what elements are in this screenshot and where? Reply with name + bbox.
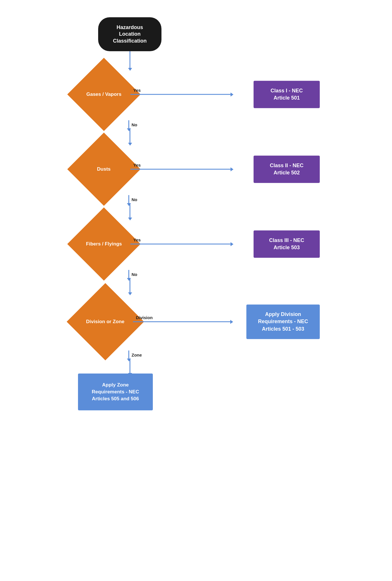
class2-box: Class II - NECArticle 502 [254,156,320,183]
no-label-1: No [132,122,137,127]
class1-box: Class I - NECArticle 501 [254,81,320,108]
class2-label: Class II - NECArticle 502 [270,163,303,176]
zone-requirements-label: Apply ZoneRequirements - NECArticles 505… [92,382,139,401]
diamond2-arrow-line [130,169,231,170]
diamond2-yes-label: Yes [133,163,141,167]
diamond3-yes-label: Yes [133,237,141,242]
diamond2-wrapper: Dusts Yes Class II - NECArticle 502 [72,143,320,195]
diamond3-wrapper: Fibers / Flyings Yes Class III - NECArti… [72,218,320,270]
diamond1-label: Gases / Vapors [83,88,124,100]
division-box-label: Apply DivisionRequirements - NECArticles… [258,311,308,332]
no-label-3: No [132,272,137,277]
flowchart: Hazardous LocationClassification Gases /… [72,17,320,410]
diamond3-label: Fibers / Flyings [83,238,125,250]
no-label-3-wrapper: No [128,270,137,279]
connector-4 [130,279,130,293]
diamond3-arrow-line [130,244,231,245]
diamond4-arrow-line [133,321,231,322]
no-label-2: No [132,197,137,202]
connector-no1 [128,120,129,129]
connector-2 [130,129,130,143]
connector-no2 [128,195,129,204]
start-label: Hazardous LocationClassification [113,24,146,44]
division-box: Apply DivisionRequirements - NECArticles… [246,304,320,339]
connector-3 [130,204,130,218]
no-label-1-wrapper: No [128,120,137,129]
diamond-division-zone: Division or Zone [67,283,144,361]
diamond3-yes-arrow: Yes [130,244,231,245]
diamond-gases-vapors: Gases / Vapors [67,58,141,131]
zone-label: Zone [132,353,142,357]
diamond-fibers-flyings: Fibers / Flyings [67,207,141,281]
class3-label: Class III - NECArticle 503 [269,237,304,250]
connector-1 [130,51,130,68]
connector-zone [128,350,129,359]
diamond4-wrapper: Division or Zone Division Apply Division… [72,293,320,350]
diamond1-yes-label: Yes [133,88,141,93]
start-node: Hazardous LocationClassification [98,17,161,51]
diamond2-label: Dusts [94,163,113,175]
diamond1-wrapper: Gases / Vapors Yes Class I - NECArticle … [72,68,320,120]
connector-5 [130,359,130,374]
class1-label: Class I - NECArticle 501 [271,88,303,101]
no-label-2-wrapper: No [128,195,137,204]
diamond-dusts: Dusts [67,133,141,206]
diamond2-yes-arrow: Yes [130,169,231,170]
diamond4-division-label: Division [136,315,153,320]
diamond4-division-arrow: Division [133,321,231,322]
zone-requirements-box: Apply ZoneRequirements - NECArticles 505… [78,374,153,410]
diamond1-yes-arrow: Yes [130,94,231,95]
diamond1-arrow-line [130,94,231,95]
class3-box: Class III - NECArticle 503 [254,231,320,258]
zone-label-wrapper: Zone [128,350,142,359]
connector-no3 [128,270,129,279]
diamond4-label: Division or Zone [83,316,127,328]
